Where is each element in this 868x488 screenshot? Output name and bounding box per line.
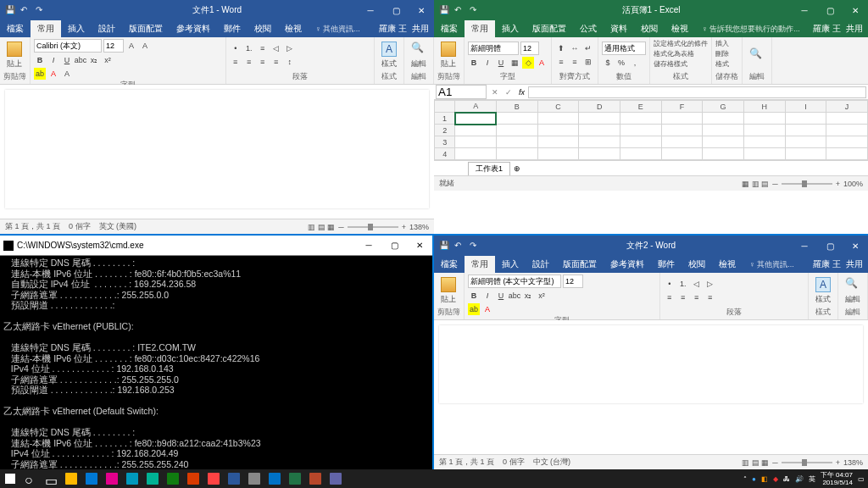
tab-references[interactable]: 參考資料 [170, 20, 217, 37]
cell[interactable] [826, 113, 868, 125]
save-icon[interactable]: 💾 [439, 5, 449, 15]
paste-button[interactable]: 貼上 [437, 275, 459, 307]
col-header[interactable]: H [743, 101, 785, 113]
font-size-combo[interactable] [103, 39, 124, 53]
undo-icon[interactable]: ↶ [454, 241, 465, 251]
tab-formulas[interactable]: 公式 [573, 20, 604, 37]
format-cells-button[interactable]: 格式 [715, 59, 729, 69]
numbering-button[interactable]: 1. [677, 278, 689, 290]
row-header[interactable]: 1 [435, 113, 455, 125]
maximize-button[interactable]: ▢ [381, 241, 407, 250]
taskbar-app-chrome[interactable] [163, 469, 183, 488]
fx-enter-icon[interactable]: ✓ [502, 88, 515, 97]
italic-button[interactable]: I [481, 57, 493, 69]
cell[interactable] [537, 148, 579, 160]
view-buttons[interactable]: ▥ ▤ ▦ [308, 223, 335, 231]
taskbar-app-outlook[interactable] [224, 469, 244, 488]
cell[interactable] [703, 125, 744, 136]
taskbar-app-word[interactable] [183, 469, 203, 488]
user-name[interactable]: 羅康 王 [813, 258, 841, 270]
taskbar-app-skype[interactable] [305, 469, 326, 488]
cell[interactable] [785, 125, 826, 136]
taskbar-app-teams[interactable] [285, 469, 305, 488]
col-header[interactable]: A [455, 101, 497, 113]
tab-layout[interactable]: 版面配置 [122, 20, 170, 37]
tab-design[interactable]: 設計 [92, 20, 122, 37]
tab-insert[interactable]: 插入 [495, 256, 526, 273]
page-count[interactable]: 第 1 頁，共 1 頁 [5, 221, 60, 232]
cell[interactable] [620, 148, 661, 160]
row-header[interactable]: 3 [435, 136, 455, 148]
strike-button[interactable]: abc [75, 54, 86, 66]
bold-button[interactable]: B [468, 290, 480, 302]
close-button[interactable]: ✕ [843, 241, 868, 251]
cmd-titlebar[interactable]: C:\WINDOWS\system32\cmd.exe ─▢✕ [0, 236, 432, 256]
redo-icon[interactable]: ↷ [470, 5, 480, 15]
maximize-button[interactable]: ▢ [817, 241, 843, 251]
col-header[interactable]: F [661, 101, 703, 113]
font-color-button[interactable]: A [481, 303, 493, 315]
document-area[interactable] [0, 85, 434, 219]
tab-file[interactable]: 檔案 [434, 20, 465, 37]
cell[interactable] [703, 136, 744, 148]
tray-ime-icon[interactable]: 英 [809, 474, 815, 484]
line-spacing-button[interactable]: ↕ [284, 56, 296, 68]
align-left-button[interactable]: ≡ [230, 56, 242, 68]
tab-view[interactable]: 檢視 [712, 256, 743, 273]
tab-mailings[interactable]: 郵件 [217, 20, 248, 37]
cell[interactable] [455, 125, 497, 136]
tell-me[interactable]: ♀ 告訴我您想要執行的動作... [695, 21, 807, 37]
tray-up-icon[interactable]: ˄ [743, 475, 747, 483]
editing-button[interactable]: 🔍 [746, 46, 768, 64]
clock[interactable]: 下午 04:072019/5/14 [821, 471, 853, 486]
terminal-output[interactable]: 連線特定 DNS 尾碼 . . . . . . . . : 連結-本機 IPv6… [0, 256, 432, 469]
cell[interactable] [743, 148, 785, 160]
taskbar-app-ppt[interactable] [264, 469, 285, 488]
align-left-button[interactable]: ≡ [664, 291, 676, 303]
word-count[interactable]: 0 個字 [503, 457, 525, 468]
delete-cells-button[interactable]: 刪除 [715, 49, 729, 58]
tab-layout[interactable]: 版面配置 [556, 256, 604, 273]
share-button[interactable]: 共用 [846, 23, 863, 35]
tab-review[interactable]: 校閱 [634, 20, 665, 37]
cell[interactable] [496, 136, 537, 148]
fx-icon[interactable]: fx [515, 88, 528, 97]
user-name[interactable]: 羅康 王 [379, 23, 407, 35]
maximize-button[interactable]: ▢ [817, 6, 843, 15]
align-top-button[interactable]: ⬆ [555, 42, 567, 54]
cell[interactable] [579, 148, 620, 160]
tab-insert[interactable]: 插入 [61, 20, 92, 37]
align-center-button[interactable]: ≡ [677, 291, 689, 303]
highlight-button[interactable]: ab [468, 303, 480, 315]
cell[interactable] [703, 148, 744, 160]
redo-icon[interactable]: ↷ [36, 5, 46, 15]
cell[interactable] [455, 136, 497, 148]
styles-button[interactable]: A樣式 [378, 40, 400, 71]
search-button[interactable]: ○ [20, 469, 41, 488]
cell[interactable] [743, 125, 785, 136]
start-button[interactable] [0, 469, 20, 488]
tab-mailings[interactable]: 郵件 [651, 256, 682, 273]
minimize-button[interactable]: ─ [358, 6, 383, 15]
taskbar-app-explorer[interactable] [61, 469, 81, 488]
tab-home[interactable]: 常用 [465, 256, 495, 273]
conditional-format-button[interactable]: 設定格式化的條件 [654, 39, 708, 48]
cell[interactable] [743, 136, 785, 148]
italic-button[interactable]: I [481, 290, 493, 302]
tab-view[interactable]: 檢視 [278, 20, 309, 37]
indent-inc-button[interactable]: ▷ [704, 278, 716, 290]
minimize-button[interactable]: ─ [356, 241, 381, 250]
spreadsheet-grid[interactable]: ABCDEFGHIJ1234 [434, 100, 868, 160]
cell[interactable] [661, 125, 703, 136]
page-count[interactable]: 第 1 頁，共 1 頁 [439, 457, 494, 468]
tab-data[interactable]: 資料 [604, 20, 634, 37]
view-buttons[interactable]: ▥ ▤ ▦ [742, 458, 769, 467]
number-format-combo[interactable] [602, 42, 646, 55]
undo-icon[interactable]: ↶ [454, 5, 465, 15]
align-mid-button[interactable]: ↔ [569, 42, 581, 54]
underline-button[interactable]: U [495, 290, 507, 302]
document-area[interactable] [434, 320, 868, 454]
cell[interactable] [537, 113, 579, 125]
save-icon[interactable]: 💾 [5, 5, 15, 15]
zoom-level[interactable]: 138% [843, 458, 863, 467]
